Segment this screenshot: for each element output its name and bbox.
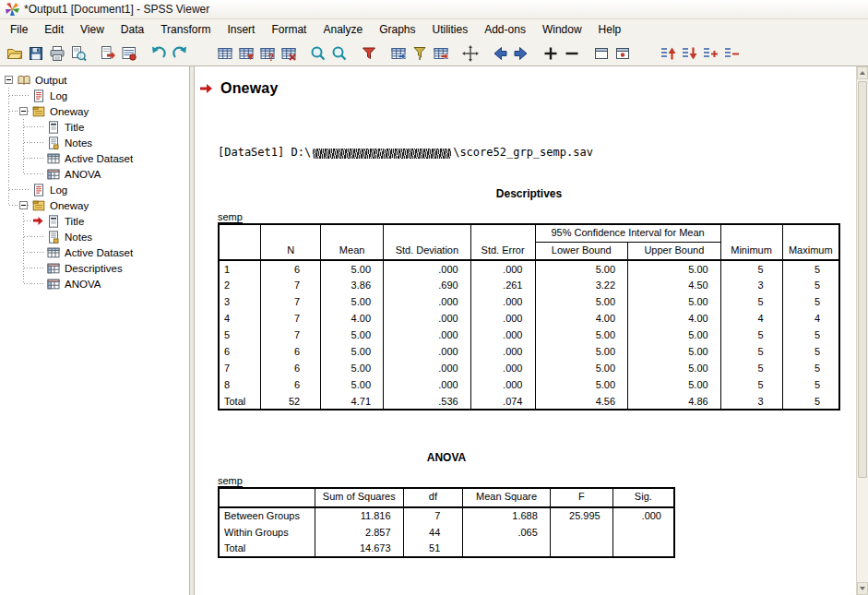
title-icon (47, 215, 60, 228)
scrollbar-track[interactable] (857, 79, 868, 582)
anova-table[interactable]: Sum of Squares df Mean Square F Sig. Bet… (218, 487, 675, 557)
expander-minus[interactable] (19, 107, 28, 115)
menu-transform[interactable]: Transform (152, 19, 219, 41)
promote-outline-button[interactable] (657, 42, 678, 65)
outline-item-notes[interactable]: Notes (2, 135, 189, 150)
outline-item-oneway[interactable]: Oneway (2, 197, 189, 213)
menu-help[interactable]: Help (590, 19, 630, 41)
expander-minus[interactable] (19, 201, 28, 209)
find-button[interactable] (278, 42, 299, 65)
menu-insert[interactable]: Insert (219, 19, 263, 41)
value-cell: 5.00 (535, 260, 628, 277)
menu-analyze[interactable]: Analyze (315, 19, 371, 41)
print-button[interactable] (46, 42, 67, 65)
redo-button[interactable] (169, 42, 190, 65)
value-cell: 6 (261, 343, 321, 360)
use-sets-button[interactable] (358, 42, 379, 65)
menu-file[interactable]: File (2, 19, 36, 41)
undo-button[interactable] (148, 42, 169, 65)
tree-indent (31, 229, 46, 244)
next-output-button[interactable] (510, 42, 531, 65)
value-cell: 5 (782, 260, 839, 277)
variables-button[interactable]: ? (256, 42, 278, 65)
tree-indent (17, 88, 31, 103)
notes-icon (47, 231, 60, 244)
open-button[interactable] (4, 42, 25, 65)
outline-item-anova[interactable]: ANOVA (2, 276, 189, 292)
plus-icon (542, 45, 559, 62)
expand-outline-button[interactable] (699, 42, 720, 65)
outline-item-log[interactable]: Log (2, 88, 189, 103)
outline-item-title[interactable]: Title (2, 119, 189, 135)
column-header-n: N (261, 224, 321, 260)
oneway-icon (32, 199, 45, 212)
row-label: Total (219, 393, 261, 410)
menu-window[interactable]: Window (534, 19, 590, 41)
designate-window-button[interactable] (409, 42, 430, 65)
menu-view[interactable]: View (72, 19, 113, 41)
menu-utilities[interactable]: Utilities (424, 19, 477, 41)
collapse-outline-button[interactable] (720, 42, 742, 65)
hide-item-button[interactable] (612, 42, 633, 65)
menu-graphs[interactable]: Graphs (371, 19, 423, 41)
printer-icon (49, 45, 65, 62)
value-cell: .000 (470, 360, 535, 376)
pivot-icon (47, 278, 60, 291)
value-cell: .000 (384, 293, 471, 310)
outline-item-log[interactable]: Log (2, 182, 189, 197)
scroll-down-button[interactable] (857, 582, 868, 595)
select-last-output-button[interactable] (387, 42, 409, 65)
goto-data-button[interactable] (214, 42, 235, 65)
outline-item-active-dataset[interactable]: Active Dataset (2, 150, 189, 166)
recall-dialogs-icon (121, 45, 137, 62)
scrollbar-thumb[interactable] (858, 81, 867, 478)
outline-item-notes[interactable]: Notes (2, 229, 189, 244)
descriptives-table[interactable]: N Mean Std. Deviation Std. Error 95% Con… (218, 223, 840, 411)
insert-break-button[interactable] (459, 42, 481, 65)
row-label: 2 (219, 277, 261, 293)
column-header-mean-square: Mean Square (463, 488, 551, 506)
column-header-f: F (550, 488, 612, 506)
demote-outline-button[interactable] (678, 42, 699, 65)
goto-case-button[interactable] (235, 42, 256, 65)
outline-item-title[interactable]: Title (2, 213, 189, 229)
outline-item-active-dataset[interactable]: Active Dataset (2, 244, 189, 260)
outline-item-oneway[interactable]: Oneway (2, 103, 189, 119)
column-header-std-error: Std. Error (470, 224, 535, 260)
menu-addons[interactable]: Add-ons (476, 19, 534, 41)
outline-item-output[interactable]: Output (2, 72, 189, 88)
value-cell: 3 (720, 277, 782, 293)
export-icon (100, 45, 116, 62)
previous-output-button[interactable] (489, 42, 510, 65)
value-cell: 6 (261, 360, 321, 376)
print-preview-button[interactable] (67, 42, 89, 65)
save-button[interactable] (25, 42, 46, 65)
outline-item-anova[interactable]: ANOVA (2, 166, 189, 182)
menu-format[interactable]: Format (263, 19, 315, 41)
recall-dialogs-button[interactable] (118, 42, 139, 65)
menu-data[interactable]: Data (113, 19, 152, 41)
value-cell: .065 (463, 524, 551, 541)
grid-red-icon (238, 45, 255, 62)
outline-expand-icon (702, 45, 719, 62)
show-item-button[interactable] (590, 42, 612, 65)
zoom-in-button[interactable] (307, 42, 328, 65)
table-row: Total524.71.536.0744.564.8635 (219, 393, 839, 410)
tree-guide (2, 229, 17, 244)
row-label: 5 (219, 327, 261, 343)
menu-edit[interactable]: Edit (36, 19, 72, 41)
zoom-out-button[interactable] (328, 42, 350, 65)
grid-find-icon (280, 45, 297, 62)
goto-output-button[interactable] (430, 42, 451, 65)
expander-minus[interactable] (5, 76, 13, 84)
vertical-scrollbar[interactable] (856, 66, 868, 595)
value-cell: 4.56 (535, 393, 628, 410)
table-row: Within Groups2.85744.065 (219, 524, 674, 541)
outline-item-descriptives[interactable]: Descriptives (2, 260, 189, 276)
collapse-item-button[interactable] (561, 42, 582, 65)
expand-item-button[interactable] (540, 42, 561, 65)
scroll-up-button[interactable] (857, 66, 868, 79)
print-preview-icon (70, 45, 87, 62)
tree-guide (17, 244, 31, 260)
export-button[interactable] (97, 42, 118, 65)
